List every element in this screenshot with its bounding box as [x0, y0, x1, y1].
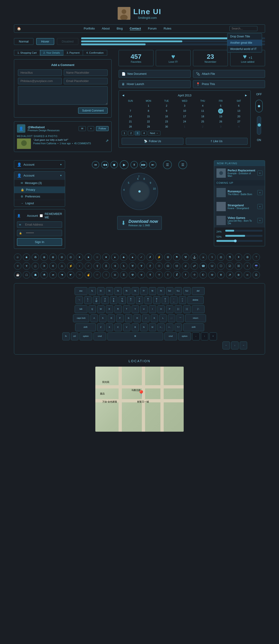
- key-cmd-right[interactable]: cmd: [164, 332, 177, 340]
- breadcrumb-step-2[interactable]: 2. Your Details: [40, 50, 64, 56]
- cal-day[interactable]: 9: [158, 108, 175, 114]
- icon-circle[interactable]: ☻: [23, 254, 30, 261]
- key-8[interactable]: 8*: [144, 296, 152, 304]
- cal-day[interactable]: 2: [194, 124, 212, 129]
- key-e[interactable]: E: [106, 305, 113, 313]
- key-f5[interactable]: f5: [123, 287, 130, 295]
- icon-circle[interactable]: ☌: [182, 262, 189, 270]
- key-h[interactable]: H: [133, 314, 141, 322]
- key-n[interactable]: N: [140, 324, 148, 331]
- key-cmd-left[interactable]: cmd: [94, 332, 106, 340]
- key-f6[interactable]: f6: [132, 287, 139, 295]
- icon-circle[interactable]: ♥: [102, 254, 110, 261]
- icon-circle[interactable]: ☔: [252, 262, 260, 270]
- cal-day[interactable]: 16: [158, 114, 175, 119]
- key-backslash[interactable]: | \: [192, 305, 205, 313]
- key-1[interactable]: 1!: [84, 296, 92, 304]
- icon-circle[interactable]: ☍: [191, 262, 198, 270]
- vertical-slider[interactable]: [257, 116, 261, 135]
- icon-circle[interactable]: ⊗: [49, 254, 57, 261]
- key-period[interactable]: > .: [166, 324, 173, 331]
- progress-track-1[interactable]: [225, 230, 262, 232]
- sign-in-button[interactable]: Sign In: [17, 238, 62, 246]
- cal-day[interactable]: 18: [194, 114, 212, 119]
- playlist-button[interactable]: ☰: [163, 160, 172, 169]
- icon-circle[interactable]: ⚡: [67, 262, 74, 270]
- breadcrumb-step-4[interactable]: 4. Confirmation: [83, 50, 107, 56]
- menu-button[interactable]: ☰: [178, 160, 187, 169]
- cal-day[interactable]: 15: [140, 114, 157, 119]
- icon-circle[interactable]: ∞: [244, 271, 251, 278]
- nav-portfolio[interactable]: Portfolio: [84, 27, 95, 30]
- queue-action-3[interactable]: +: [257, 218, 262, 223]
- rss-follow-button[interactable]: 📡 Follow Us: [122, 138, 183, 145]
- cal-day[interactable]: 2: [158, 104, 175, 108]
- key-delete[interactable]: delete: [187, 296, 204, 304]
- stop-button[interactable]: ◼: [110, 161, 118, 168]
- dropdown-item-2[interactable]: Another great title: [227, 40, 262, 46]
- queue-action-1[interactable]: +: [257, 190, 262, 195]
- icon-circle[interactable]: ⊙: [67, 254, 74, 261]
- key-comma[interactable]: < ,: [157, 324, 165, 331]
- icon-circle[interactable]: Ω: [252, 271, 260, 278]
- cal-day[interactable]: 4: [230, 124, 248, 129]
- icon-circle[interactable]: ☆: [94, 254, 101, 261]
- key-slash[interactable]: ? /: [175, 324, 182, 331]
- cal-day[interactable]: 8: [140, 108, 157, 114]
- key-f11[interactable]: f11: [175, 287, 182, 295]
- icon-circle[interactable]: ♻: [32, 254, 39, 261]
- key-u[interactable]: U: [140, 305, 148, 313]
- icon-circle[interactable]: ☞: [94, 271, 101, 278]
- key-9[interactable]: 9(: [153, 296, 160, 304]
- icon-circle[interactable]: ✦: [76, 254, 83, 261]
- key-r[interactable]: R: [114, 305, 122, 313]
- cal-day[interactable]: 27: [230, 119, 248, 124]
- cal-day[interactable]: 1: [140, 104, 157, 108]
- icon-circle[interactable]: ♆: [138, 262, 145, 270]
- icon-circle[interactable]: ♂: [85, 262, 92, 270]
- key-2[interactable]: 2@: [93, 296, 100, 304]
- icon-circle[interactable]: ☖: [23, 271, 30, 278]
- nav-forum[interactable]: Forum: [148, 27, 157, 30]
- key-esc[interactable]: esc: [75, 287, 87, 295]
- icon-circle[interactable]: ✗: [146, 254, 154, 261]
- submit-comment-button[interactable]: Submit Comment: [78, 108, 108, 114]
- name-input[interactable]: [18, 70, 62, 76]
- key-s[interactable]: S: [99, 314, 107, 322]
- key-m[interactable]: M: [149, 324, 156, 331]
- key-w[interactable]: W: [97, 305, 105, 313]
- icon-circle[interactable]: ☦: [164, 271, 172, 278]
- calendar-prev[interactable]: ◄: [122, 94, 125, 97]
- icon-circle[interactable]: ☪: [199, 271, 207, 278]
- name-placeholder-input[interactable]: [64, 70, 108, 76]
- icon-circle[interactable]: ☗: [32, 271, 39, 278]
- icon-circle[interactable]: ♦: [111, 254, 119, 261]
- key-equal[interactable]: =+: [179, 296, 186, 304]
- key-right[interactable]: →: [240, 342, 247, 350]
- toggle-off[interactable]: [255, 100, 263, 112]
- next-button[interactable]: ▶▶: [140, 161, 147, 168]
- key-f12[interactable]: f12: [183, 287, 191, 295]
- key-f4[interactable]: f4: [114, 287, 122, 295]
- cal-day[interactable]: 17: [176, 114, 193, 119]
- key-f10[interactable]: f10: [166, 287, 173, 295]
- cal-day[interactable]: 5: [212, 104, 230, 108]
- skip-start-button[interactable]: ⏮: [92, 161, 99, 168]
- key-o[interactable]: O: [157, 305, 165, 313]
- cal-day[interactable]: 26: [212, 119, 230, 124]
- icon-circle[interactable]: ☘: [41, 271, 48, 278]
- key-f7[interactable]: f7: [140, 287, 148, 295]
- icon-circle[interactable]: ☛: [67, 271, 74, 278]
- key-tab[interactable]: tab: [75, 305, 87, 313]
- icon-circle[interactable]: ⚕: [208, 254, 216, 261]
- icon-circle[interactable]: ♠: [129, 254, 136, 261]
- pause-button[interactable]: ⏸: [130, 161, 138, 168]
- icon-circle[interactable]: ☠: [111, 271, 119, 278]
- icon-circle[interactable]: ⚡: [155, 254, 163, 261]
- icon-circle[interactable]: ⚒: [182, 254, 189, 261]
- icon-circle[interactable]: ☥: [155, 271, 163, 278]
- icon-circle[interactable]: ⚘: [235, 254, 242, 261]
- account-dropdown-header-1[interactable]: 👤 Account ▼: [14, 160, 65, 169]
- icon-circle[interactable]: ☡: [120, 271, 127, 278]
- key-return[interactable]: return: [185, 314, 206, 322]
